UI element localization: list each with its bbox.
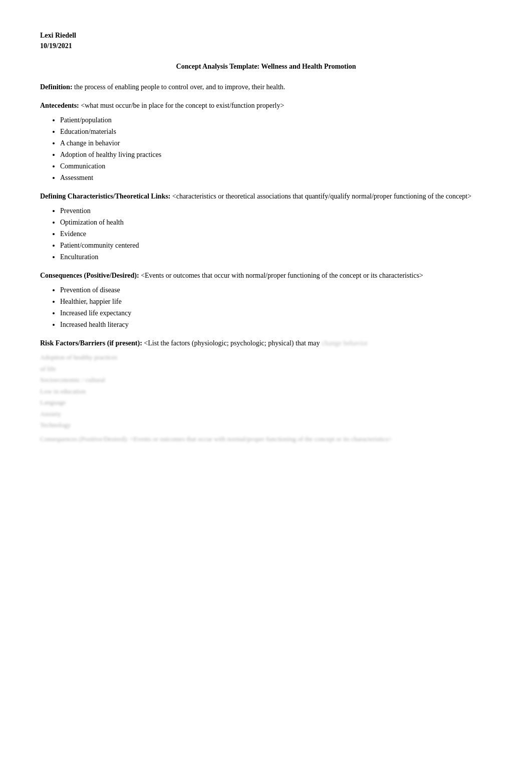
risk-factors-label: Risk Factors/Barriers (if present): [40, 339, 142, 347]
list-item: Enculturation [60, 252, 492, 262]
antecedents-text: <what must occur/be in place for the con… [79, 102, 285, 109]
antecedents-label: Antecedents: [40, 102, 79, 109]
consequences-text: <Events or outcomes that occur with norm… [139, 272, 423, 279]
blurred-item: Low in education [40, 386, 492, 397]
blurred-footer: Consequences (Positive/Desired): <Events… [40, 434, 492, 444]
page-title: Concept Analysis Template: Wellness and … [40, 61, 492, 72]
risk-factors-text: <List the factors (physiologic; psycholo… [142, 339, 320, 347]
list-item: Optimization of health [60, 217, 492, 228]
list-item: Patient/community centered [60, 240, 492, 251]
list-item: Assessment [60, 172, 492, 183]
risk-factors-header: Risk Factors/Barriers (if present): <Lis… [40, 338, 492, 348]
blurred-risk-items: Adoption of healthy practices of life So… [40, 352, 492, 430]
defining-characteristics-list: Prevention Optimization of health Eviden… [60, 206, 492, 262]
defining-characteristics-text: <characteristics or theoretical associat… [170, 192, 471, 200]
defining-characteristics-section: Defining Characteristics/Theoretical Lin… [40, 191, 492, 262]
author-date: 10/19/2021 [40, 41, 492, 51]
list-item: Healthier, happier life [60, 296, 492, 307]
definition-label: Definition: [40, 83, 73, 91]
list-item: Communication [60, 161, 492, 171]
list-item: A change in behavior [60, 138, 492, 148]
risk-factors-blurred-continuation: change behavior [322, 339, 368, 347]
consequences-section: Consequences (Positive/Desired): <Events… [40, 270, 492, 330]
antecedents-header: Antecedents: <what must occur/be in plac… [40, 100, 492, 111]
author-block: Lexi Riedell 10/19/2021 [40, 30, 492, 51]
blurred-item: Language [40, 398, 492, 408]
blurred-item: Technology [40, 420, 492, 430]
list-item: Patient/population [60, 115, 492, 125]
blurred-item: of life [40, 364, 492, 374]
list-item: Adoption of healthy living practices [60, 149, 492, 160]
blurred-item: Adoption of healthy practices [40, 352, 492, 362]
blurred-item: Anxiety [40, 409, 492, 419]
blurred-footer-text: Consequences (Positive/Desired): <Events… [40, 435, 392, 443]
antecedents-list: Patient/population Education/materials A… [60, 115, 492, 183]
definition-section: Definition: the process of enabling peop… [40, 82, 492, 92]
definition-text: the process of enabling people to contro… [73, 83, 286, 91]
consequences-list: Prevention of disease Healthier, happier… [60, 285, 492, 330]
antecedents-section: Antecedents: <what must occur/be in plac… [40, 100, 492, 183]
list-item: Evidence [60, 229, 492, 239]
defining-characteristics-label: Defining Characteristics/Theoretical Lin… [40, 192, 170, 200]
author-name: Lexi Riedell [40, 30, 492, 41]
list-item: Prevention of disease [60, 285, 492, 295]
defining-characteristics-header: Defining Characteristics/Theoretical Lin… [40, 191, 492, 202]
list-item: Increased health literacy [60, 319, 492, 330]
list-item: Increased life expectancy [60, 308, 492, 318]
blurred-item: Socioeconomic / cultural [40, 375, 492, 385]
consequences-label: Consequences (Positive/Desired): [40, 272, 139, 279]
risk-factors-section: Risk Factors/Barriers (if present): <Lis… [40, 338, 492, 444]
list-item: Prevention [60, 206, 492, 216]
consequences-header: Consequences (Positive/Desired): <Events… [40, 270, 492, 281]
list-item: Education/materials [60, 126, 492, 137]
